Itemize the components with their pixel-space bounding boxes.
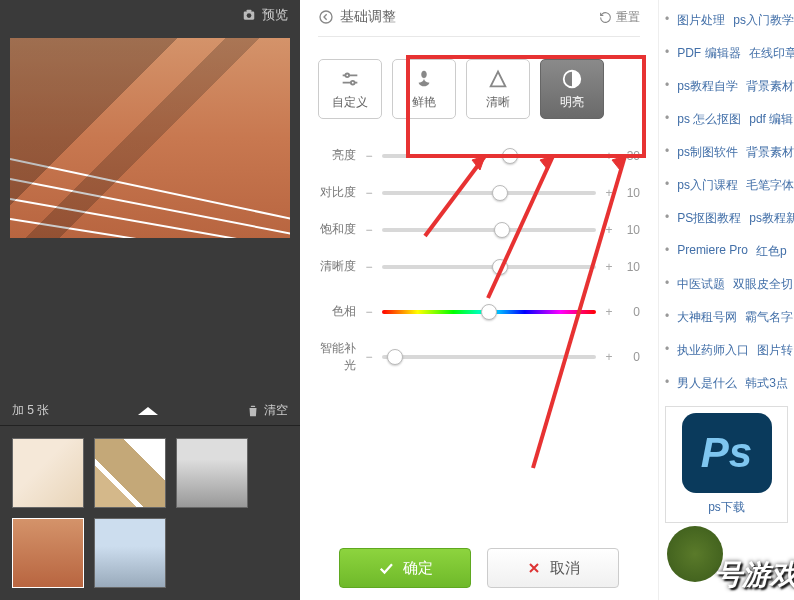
sidebar-row: PDF 编辑器 在线印章 (659, 37, 794, 70)
sidebar-link[interactable]: ps教程新 (749, 210, 794, 227)
sidebar-link[interactable]: 红色p (756, 243, 787, 260)
clear-button[interactable]: 清空 (246, 402, 288, 419)
slider-亮度: 亮度−+30 (318, 147, 640, 164)
reset-button[interactable]: 重置 (599, 9, 640, 26)
sliders-icon (339, 68, 361, 90)
plus-button[interactable]: + (602, 186, 616, 200)
slider-label: 对比度 (318, 184, 362, 201)
slider-handle[interactable] (492, 185, 508, 201)
ps-logo-icon: Ps (682, 413, 772, 493)
slider-value: 10 (616, 186, 640, 200)
slider-track[interactable] (382, 355, 596, 359)
thumbnail[interactable] (176, 438, 248, 508)
sidebar-link[interactable]: 中医试题 (677, 276, 725, 293)
sidebar-row: ps教程自学 背景素材 (659, 70, 794, 103)
sidebar-link[interactable]: 大神租号网 (677, 309, 737, 326)
sidebar-row: 男人是什么 韩式3点 (659, 367, 794, 400)
triangle-icon (487, 68, 509, 90)
minus-button[interactable]: − (362, 223, 376, 237)
slider-value: 10 (616, 223, 640, 237)
minus-button[interactable]: − (362, 186, 376, 200)
collapse-up-icon[interactable] (138, 407, 158, 415)
sidebar-row: ps 怎么抠图 pdf 编辑 (659, 103, 794, 136)
sidebar-link[interactable]: ps制图软件 (677, 144, 738, 161)
sidebar-link[interactable]: 霸气名字 (745, 309, 793, 326)
trash-icon (246, 404, 260, 418)
sidebar-link[interactable]: 图片转 (757, 342, 793, 359)
slider-handle[interactable] (502, 148, 518, 164)
plus-button[interactable]: + (602, 305, 616, 319)
preset-bright[interactable]: 明亮 (540, 59, 604, 119)
slider-handle[interactable] (481, 304, 497, 320)
plus-button[interactable]: + (602, 260, 616, 274)
sidebar-link[interactable]: 毛笔字体 (746, 177, 794, 194)
minus-button[interactable]: − (362, 260, 376, 274)
thumbnail[interactable] (94, 518, 166, 588)
slider-handle[interactable] (387, 349, 403, 365)
slider-对比度: 对比度−+10 (318, 184, 640, 201)
preset-sharp[interactable]: 清晰 (466, 59, 530, 119)
sidebar-link[interactable]: Premiere Pro (677, 243, 748, 260)
sidebar-link[interactable]: 执业药师入口 (677, 342, 749, 359)
plus-button[interactable]: + (602, 223, 616, 237)
sidebar-row: ps制图软件 背景素材 (659, 136, 794, 169)
slider-label: 智能补光 (318, 340, 362, 374)
thumbnail-strip (0, 426, 300, 600)
sidebar-link[interactable]: 男人是什么 (677, 375, 737, 392)
watermark-text: 号游戏 (714, 556, 794, 594)
thumbnail[interactable] (12, 438, 84, 508)
cancel-button[interactable]: 取消 (487, 548, 619, 588)
slider-value: 0 (616, 350, 640, 364)
add-count[interactable]: 加 5 张 (12, 402, 49, 419)
sidebar-link[interactable]: 背景素材 (746, 78, 794, 95)
slider-value: 30 (616, 149, 640, 163)
sidebar-link[interactable]: ps入门教学 (733, 12, 794, 29)
slider-track[interactable] (382, 191, 596, 195)
minus-button[interactable]: − (362, 149, 376, 163)
sidebar-row: 图片处理 ps入门教学 (659, 4, 794, 37)
thumbnail-selected[interactable] (12, 518, 84, 588)
slider-清晰度: 清晰度−+10 (318, 258, 640, 275)
slider-track[interactable] (382, 310, 596, 314)
back-arrow-icon[interactable] (318, 9, 334, 25)
slider-track[interactable] (382, 228, 596, 232)
thumbnail[interactable] (94, 438, 166, 508)
contrast-icon (561, 68, 583, 90)
sidebar-link[interactable]: ps 怎么抠图 (677, 111, 741, 128)
sidebar-links: 图片处理 ps入门教学PDF 编辑器 在线印章ps教程自学 背景素材ps 怎么抠… (658, 0, 794, 600)
slider-label: 色相 (318, 303, 362, 320)
left-panel: 预览 加 5 张 清空 (0, 0, 300, 600)
preview-label: 预览 (262, 6, 288, 24)
plus-button[interactable]: + (602, 149, 616, 163)
sidebar-link[interactable]: PS抠图教程 (677, 210, 741, 227)
sidebar-link[interactable]: ps教程自学 (677, 78, 738, 95)
svg-point-1 (247, 13, 252, 18)
slider-label: 清晰度 (318, 258, 362, 275)
slider-track[interactable] (382, 265, 596, 269)
sidebar-link[interactable]: 在线印章 (749, 45, 794, 62)
sidebar-link[interactable]: 双眼皮全切 (733, 276, 793, 293)
sidebar-row: Premiere Pro 红色p (659, 235, 794, 268)
minus-button[interactable]: − (362, 350, 376, 364)
sidebar-row: 中医试题 双眼皮全切 (659, 268, 794, 301)
ok-button[interactable]: 确定 (339, 548, 471, 588)
svg-rect-2 (247, 10, 252, 12)
slider-智能补光: 智能补光−+0 (318, 340, 640, 374)
check-icon (377, 559, 395, 577)
ps-card[interactable]: Ps ps下载 (665, 406, 788, 523)
sidebar-link[interactable]: PDF 编辑器 (677, 45, 740, 62)
minus-button[interactable]: − (362, 305, 376, 319)
preset-vivid[interactable]: 鲜艳 (392, 59, 456, 119)
preset-custom[interactable]: 自定义 (318, 59, 382, 119)
slider-色相: 色相−+0 (318, 303, 640, 320)
sidebar-link[interactable]: 韩式3点 (745, 375, 788, 392)
sidebar-link[interactable]: 背景素材 (746, 144, 794, 161)
sidebar-link[interactable]: 图片处理 (677, 12, 725, 29)
plus-button[interactable]: + (602, 350, 616, 364)
sidebar-link[interactable]: pdf 编辑 (749, 111, 793, 128)
slider-handle[interactable] (492, 259, 508, 275)
preview-header: 预览 (0, 0, 300, 30)
slider-track[interactable] (382, 154, 596, 158)
sidebar-link[interactable]: ps入门课程 (677, 177, 738, 194)
slider-handle[interactable] (494, 222, 510, 238)
